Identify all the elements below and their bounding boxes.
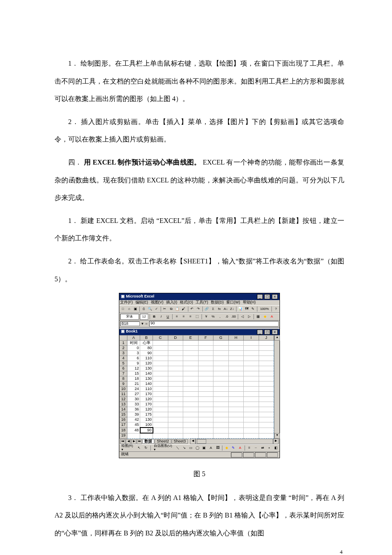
cell[interactable]: 6 xyxy=(127,356,140,361)
cell[interactable] xyxy=(153,402,168,407)
cell[interactable] xyxy=(183,382,199,387)
redo-icon[interactable]: ↷ xyxy=(196,306,201,312)
cell[interactable] xyxy=(259,341,274,346)
align-left-icon[interactable]: ≡ xyxy=(174,314,180,320)
preview-icon[interactable]: 🔍 xyxy=(147,306,153,312)
col-G[interactable]: G xyxy=(213,335,229,341)
row-header[interactable]: 10 xyxy=(120,387,127,392)
tab-last-icon[interactable]: ⏭ xyxy=(137,439,142,444)
currency-icon[interactable]: ￥ xyxy=(203,314,209,320)
cell[interactable] xyxy=(153,351,168,356)
cell[interactable] xyxy=(168,341,183,346)
cell[interactable] xyxy=(259,422,274,428)
vertical-scrollbar[interactable]: ▲ ▼ xyxy=(274,335,280,439)
zoom-box[interactable]: 100% xyxy=(259,306,270,312)
cell[interactable] xyxy=(153,356,168,361)
menu-window[interactable]: 窗口(W) xyxy=(226,301,240,305)
close-button[interactable]: × xyxy=(272,294,278,299)
cell[interactable] xyxy=(228,417,244,422)
cell[interactable]: 18 xyxy=(127,376,140,382)
hyperlink-icon[interactable]: 🔗 xyxy=(204,306,210,312)
cell[interactable]: 130 xyxy=(140,376,153,382)
cell[interactable] xyxy=(244,356,259,361)
col-B[interactable]: B xyxy=(140,335,153,341)
cell[interactable] xyxy=(183,433,199,439)
comma-icon[interactable]: , xyxy=(217,314,223,320)
font-color-icon[interactable]: A xyxy=(269,314,275,320)
oval-icon[interactable]: ◯ xyxy=(195,445,200,451)
format-painter-icon[interactable]: 🖌 xyxy=(181,306,187,312)
cell[interactable] xyxy=(213,371,229,376)
cell[interactable] xyxy=(183,351,199,356)
cell[interactable] xyxy=(168,402,183,407)
line-color-icon[interactable]: ✎ xyxy=(231,445,236,451)
cell[interactable]: 110 xyxy=(140,356,153,361)
cell[interactable] xyxy=(244,397,259,402)
cell[interactable] xyxy=(168,366,183,371)
row-header[interactable]: 6 xyxy=(120,366,127,371)
cell[interactable] xyxy=(213,346,229,351)
cell[interactable] xyxy=(153,412,168,417)
map-icon[interactable]: 🗺 xyxy=(244,306,250,312)
threed-icon[interactable]: ◧ xyxy=(273,445,279,451)
cell[interactable] xyxy=(259,346,274,351)
arrow-icon[interactable]: ↘ xyxy=(182,445,187,451)
cell[interactable] xyxy=(244,417,259,422)
cell[interactable]: 30 xyxy=(127,397,140,402)
drawing-icon[interactable]: ✎ xyxy=(250,306,256,312)
menu-data[interactable]: 数据(D) xyxy=(211,301,224,305)
scroll-left-icon[interactable]: ◀ xyxy=(190,439,196,444)
cell[interactable] xyxy=(244,433,259,439)
menu-view[interactable]: 视图(V) xyxy=(151,301,164,305)
tab-prev-icon[interactable]: ◀ xyxy=(126,439,131,444)
paste-icon[interactable]: 📋 xyxy=(175,306,180,312)
cell[interactable] xyxy=(228,356,244,361)
wb-close-button[interactable]: × xyxy=(272,330,278,335)
row-header[interactable]: 13 xyxy=(120,402,127,407)
menu-edit[interactable]: 编辑(E) xyxy=(135,301,148,305)
cell[interactable] xyxy=(259,382,274,387)
cell[interactable] xyxy=(259,402,274,407)
cell[interactable] xyxy=(140,433,153,439)
cell[interactable]: 15 xyxy=(127,371,140,376)
cell[interactable] xyxy=(168,376,183,382)
cell[interactable] xyxy=(213,387,229,392)
cell[interactable] xyxy=(213,407,229,412)
cell[interactable]: 130 xyxy=(140,366,153,371)
font-size-select[interactable]: 12 xyxy=(140,314,148,320)
col-A[interactable]: A xyxy=(127,335,140,341)
italic-icon[interactable]: I xyxy=(158,314,164,320)
merge-icon[interactable]: ⬚ xyxy=(194,314,200,320)
cell[interactable] xyxy=(228,397,244,402)
cell[interactable] xyxy=(259,366,274,371)
fill-color-icon[interactable]: ◆ xyxy=(262,314,268,320)
scroll-down-icon[interactable]: ▼ xyxy=(274,433,280,439)
sort-asc-icon[interactable]: A↓ xyxy=(223,306,228,312)
cell[interactable] xyxy=(213,341,229,346)
cell[interactable] xyxy=(228,371,244,376)
help-icon[interactable]: ? xyxy=(273,306,279,312)
indent-inc-icon[interactable]: ▷ xyxy=(246,314,252,320)
cell[interactable] xyxy=(198,366,213,371)
col-H[interactable]: H xyxy=(228,335,244,341)
cell[interactable]: 80 xyxy=(140,346,153,351)
cell[interactable] xyxy=(228,407,244,412)
cell[interactable] xyxy=(244,361,259,366)
autoshapes-menu[interactable]: 自选图形(U) ▾ xyxy=(153,445,174,451)
menu-file[interactable]: 文件(F) xyxy=(120,301,133,305)
cell[interactable] xyxy=(198,356,213,361)
cell[interactable] xyxy=(168,428,183,433)
menu-tools[interactable]: 工具(T) xyxy=(196,301,208,305)
cell[interactable] xyxy=(259,407,274,412)
cell[interactable] xyxy=(259,428,274,433)
cell[interactable] xyxy=(213,402,229,407)
cell[interactable]: 0 xyxy=(127,346,140,351)
maximize-button[interactable]: □ xyxy=(264,294,270,299)
cell[interactable] xyxy=(183,371,199,376)
cell[interactable] xyxy=(228,402,244,407)
cell[interactable] xyxy=(228,351,244,356)
cell[interactable] xyxy=(259,433,274,439)
sort-desc-icon[interactable]: Z↓ xyxy=(229,306,235,312)
cell[interactable] xyxy=(168,356,183,361)
cell[interactable] xyxy=(183,346,199,351)
